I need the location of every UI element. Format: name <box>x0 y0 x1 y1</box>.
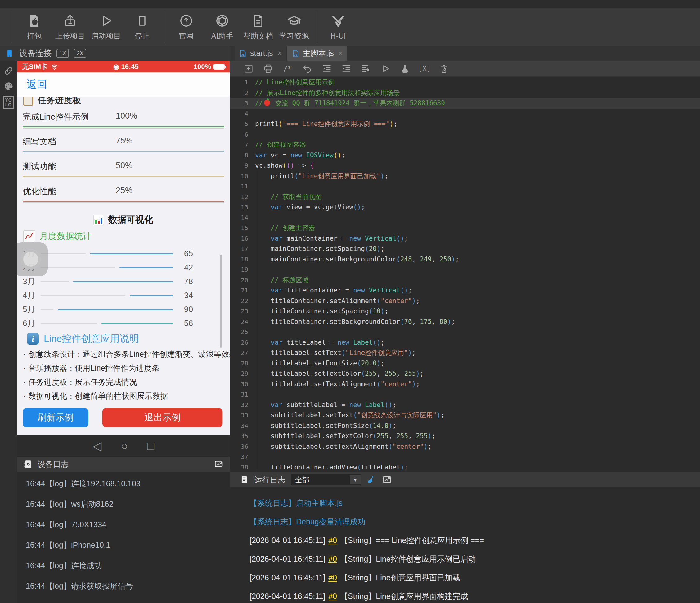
chart-row: 2月42 <box>23 261 224 274</box>
print-icon[interactable] <box>263 63 273 74</box>
package-icon <box>27 14 42 28</box>
stop-icon <box>135 14 150 28</box>
code-text: subtitleLabel.setTextColor(255, 255, 255… <box>255 431 435 441</box>
chart-bar-segment <box>58 309 173 310</box>
bullet-dot: · <box>23 364 26 372</box>
outdent-icon[interactable] <box>322 63 332 74</box>
toolbar-button-help-doc[interactable]: 帮助文档 <box>240 14 276 41</box>
device-log-title: 设备日志 <box>38 459 209 469</box>
zoom-2x-button[interactable]: 2X <box>74 49 86 58</box>
indent-icon[interactable] <box>341 63 352 74</box>
refresh-example-button[interactable]: 刷新示例 <box>23 408 89 427</box>
exit-example-button[interactable]: 退出示例 <box>102 408 223 427</box>
back-button[interactable]: 返回 <box>26 78 47 92</box>
device-panel: 设备连接 1X 2X YOLO 无SIM卡 ◉ 16:45 100% 返回 <box>0 46 230 603</box>
tab-close-icon[interactable]: × <box>277 48 282 58</box>
task-progress-line <box>23 126 224 127</box>
code-line: 27 titleLabel.setText("Line控件创意应用"); <box>230 348 700 358</box>
chart-track-segment <box>41 281 69 282</box>
clear-log-broom-icon[interactable] <box>367 475 376 485</box>
chart-value-label: 65 <box>173 249 193 258</box>
code-line: 19 <box>230 265 700 275</box>
toggle-comment-icon[interactable]: /* <box>282 63 293 74</box>
code-text: subtitleLabel.setFontSize(14.0); <box>255 421 396 431</box>
zoom-1x-button[interactable]: 1X <box>56 49 69 58</box>
code-line: 15 // 创建主容器 <box>230 223 700 234</box>
toolbar-button-ai-assistant[interactable]: AI助手 <box>204 14 240 41</box>
chart-category-label: 6月 <box>23 318 41 329</box>
toolbar-button-hui-logo[interactable]: H-UI <box>320 14 356 40</box>
line-number: 26 <box>230 338 255 348</box>
learning-icon <box>287 14 302 28</box>
toolbar-button-package[interactable]: 打包 <box>16 14 52 41</box>
task-progress-line <box>23 176 224 177</box>
run-log-icon <box>240 475 249 484</box>
location-icon: ◉ <box>113 63 119 71</box>
task-percent: 25% <box>116 186 132 197</box>
nav-back-icon[interactable]: ◁ <box>93 440 101 452</box>
device-log-header: 设备日志 <box>17 456 230 472</box>
code-line: 7// 创建视图容器 <box>230 140 700 150</box>
clear-console-icon[interactable] <box>439 63 449 74</box>
code-line: 5printl("=== Line控件创意应用示例 ==="); <box>230 119 700 129</box>
variables-icon[interactable]: [X] <box>419 63 430 74</box>
toolbar-button-play[interactable]: 启动项目 <box>88 14 124 41</box>
code-line: 33 subtitleLabel.setText("创意线条设计与实际应用"); <box>230 410 700 421</box>
format-code-icon[interactable] <box>360 63 371 74</box>
line-number: 16 <box>230 234 255 244</box>
code-text: subtitleLabel.setTextAlignment("center")… <box>255 441 432 452</box>
toolbar-button-upload[interactable]: 上传项目 <box>52 14 88 41</box>
toolbar-button-website[interactable]: 官网 <box>168 14 204 41</box>
code-line: 32 var subtitleLabel = new Label(); <box>230 400 700 410</box>
code-text: mainContainer.setBackgroundColor(248, 24… <box>255 254 459 265</box>
code-line: 11 <box>230 181 700 192</box>
device-log-entry: 16:44【log】ws启动8162 <box>26 499 230 509</box>
code-line: 30 titleLabel.setTextAlignment("center")… <box>230 379 700 390</box>
run-script-icon[interactable] <box>380 63 391 74</box>
log-filter-select[interactable]: 全部 ▼ <box>291 474 361 485</box>
export-run-log-icon[interactable] <box>382 475 392 485</box>
task-row: 编写文档75% <box>23 136 224 153</box>
chart-track <box>41 295 173 296</box>
undo-icon[interactable] <box>302 63 312 74</box>
device-log-entry: 16:44【log】连接192.168.10.103 <box>26 479 230 489</box>
line-number: 35 <box>230 431 255 441</box>
bullet-dot: · <box>23 391 26 400</box>
device-log-icon <box>23 460 32 469</box>
toolbar-button-label: 上传项目 <box>55 31 85 41</box>
run-log-entry: 【系统日志】Debug变量清理成功 <box>249 517 700 527</box>
toolbar-button-label: 帮助文档 <box>243 31 273 41</box>
task-progress-shadow <box>23 177 224 178</box>
code-line: 29 titleLabel.setTextColor(255, 255, 255… <box>230 368 700 379</box>
phone-screen: 任务进度板 完成Line控件示例100%编写文档75%测试功能50%优化性能25… <box>17 97 230 435</box>
test-run-icon[interactable] <box>400 63 410 74</box>
editor-tab-start.js[interactable]: JSstart.js× <box>234 46 286 61</box>
line-number: 22 <box>230 296 255 307</box>
bullet-text: 音乐播放器：使用Line控件作为进度条 <box>28 364 159 372</box>
assistive-touch-ball[interactable] <box>17 242 48 276</box>
line-number: 8 <box>230 150 255 161</box>
tab-close-icon[interactable]: × <box>338 48 343 58</box>
editor-tab-主脚本.js[interactable]: JS主脚本.js× <box>287 46 347 61</box>
code-text: // 获取当前视图 <box>255 192 322 202</box>
toolbar-button-stop[interactable]: 停止 <box>124 14 160 41</box>
task-progress-shadow <box>23 153 224 153</box>
nav-recents-icon[interactable]: □ <box>147 440 154 452</box>
code-editor[interactable]: 1// Line控件创意应用示例2// 展示Line控件的多种创意用法和实际应用… <box>230 77 700 472</box>
task-percent: 75% <box>116 136 132 147</box>
phone-scrollbar[interactable] <box>220 255 222 348</box>
chart-row: 1月65 <box>23 246 224 261</box>
chart-track-segment <box>41 323 97 324</box>
export-log-icon[interactable] <box>214 460 223 469</box>
nav-home-icon[interactable]: ○ <box>121 440 128 452</box>
yolo-icon[interactable]: YOLO <box>3 96 14 109</box>
info-bullet: ·音乐播放器：使用Line控件作为进度条 <box>23 363 225 373</box>
task-name: 测试功能 <box>23 161 116 172</box>
palette-icon[interactable] <box>3 81 14 92</box>
toolbar-button-learning[interactable]: 学习资源 <box>276 14 312 41</box>
code-text: mainContainer.setSpacing(20); <box>255 244 384 254</box>
chart-track <box>41 253 173 254</box>
new-file-icon[interactable] <box>243 63 254 74</box>
link-icon[interactable] <box>3 65 14 76</box>
task-row: 完成Line控件示例100% <box>23 111 224 128</box>
